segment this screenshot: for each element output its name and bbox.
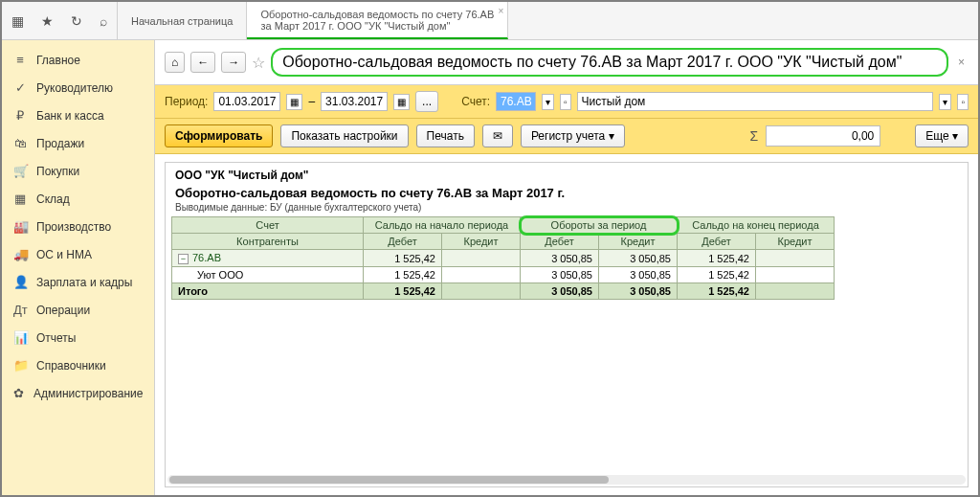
hdr-turnover: Обороты за период [521,217,678,234]
sidebar-icon: 🚚 [13,247,27,261]
star-icon[interactable]: ★ [41,13,54,29]
sidebar-item-2[interactable]: ₽Банк и касса [2,102,154,129]
sidebar-icon: 📁 [13,358,27,373]
table-row[interactable]: Итого1 525,423 050,853 050,851 525,42 [172,283,835,300]
sigma-icon[interactable]: Σ [750,128,759,144]
sidebar-item-10[interactable]: 📊Отчеты [2,324,154,351]
forward-button[interactable]: → [221,52,246,73]
table-row[interactable]: −76.АВ1 525,423 050,853 050,851 525,42 [172,250,835,267]
sidebar-item-0[interactable]: ≡Главное [2,46,154,74]
org-open-icon[interactable]: ▫ [957,94,969,110]
account-dropdown-icon[interactable]: ▾ [542,94,554,110]
sum-field: 0,00 [766,125,880,147]
tab-home[interactable]: Начальная страница [118,2,247,39]
favorite-icon[interactable]: ☆ [252,54,265,72]
action-bar: Сформировать Показать настройки Печать ✉… [155,119,978,154]
period-select-button[interactable]: ... [415,91,438,112]
date-to-input[interactable] [321,92,388,111]
date-from-input[interactable] [213,92,280,111]
more-button[interactable]: Еще ▾ [915,124,969,147]
hdr-td: Дебет [521,234,599,250]
settings-button[interactable]: Показать настройки [280,124,408,147]
tab-close-icon[interactable]: × [498,6,503,16]
tab-home-label: Начальная страница [131,15,233,27]
sidebar-item-8[interactable]: 👤Зарплата и кадры [2,268,154,296]
sidebar-label: Банк и касса [36,109,104,123]
collapse-icon[interactable]: − [178,254,189,264]
table-row[interactable]: Уют ООО1 525,423 050,853 050,851 525,42 [172,267,835,283]
sidebar-icon: 🛒 [13,164,27,178]
sidebar-item-6[interactable]: 🏭Производство [2,213,154,240]
sidebar-icon: ≡ [13,53,27,67]
sidebar-item-9[interactable]: ДтОперации [2,296,154,324]
report-table: Счет Сальдо на начало периода Обороты за… [171,216,835,300]
calendar-from-icon[interactable]: ▦ [286,94,302,110]
period-bar: Период: ▦ – ▦ ... Счет: ▾ ▫ ▾ ▫ [155,85,978,119]
sidebar-label: Главное [36,54,80,67]
sidebar-icon: ✓ [13,80,27,95]
report-title: Оборотно-сальдовая ведомость по счету 76… [171,184,962,202]
sidebar-item-5[interactable]: ▦Склад [2,185,154,213]
calendar-to-icon[interactable]: ▦ [393,94,410,110]
apps-icon[interactable]: ▦ [11,13,24,29]
tab-active[interactable]: Оборотно-сальдовая ведомость по счету 76… [247,2,508,39]
history-icon[interactable]: ↻ [71,13,82,29]
form-button[interactable]: Сформировать [165,124,273,147]
hdr-ed: Дебет [678,234,756,250]
hdr-ec: Кредит [756,234,835,250]
sidebar-icon: ▦ [13,192,27,206]
hdr-sc: Кредит [442,234,521,250]
sidebar-item-3[interactable]: 🛍Продажи [2,129,154,157]
sidebar-icon: 🛍 [13,136,27,150]
search-icon[interactable]: ⌕ [100,13,107,29]
sidebar-icon: 🏭 [13,219,27,234]
hdr-tc: Кредит [599,234,678,250]
tab-active-line1: Оборотно-сальдовая ведомость по счету 76… [260,9,494,20]
report-area: ООО "УК "Чистый дом" Оборотно-сальдовая … [165,162,969,487]
hdr-sd: Дебет [364,234,442,250]
account-open-icon[interactable]: ▫ [560,94,571,110]
sidebar-icon: 📊 [13,330,27,345]
scrollbar-horizontal[interactable] [167,475,966,485]
chevron-down-icon: ▾ [609,129,614,143]
sidebar-label: Склад [36,192,70,206]
tool-icons: ▦ ★ ↻ ⌕ [2,2,118,39]
sidebar-icon: 👤 [13,275,27,289]
sidebar-item-4[interactable]: 🛒Покупки [2,157,154,185]
register-button[interactable]: Регистр учета ▾ [521,124,625,147]
home-button[interactable]: ⌂ [165,52,185,73]
back-button[interactable]: ← [190,52,215,73]
mail-button[interactable]: ✉ [482,124,513,147]
report-org: ООО "УК "Чистый дом" [171,167,962,184]
tab-active-line2: за Март 2017 г. ООО "УК "Чистый дом" [260,20,494,32]
hdr-start: Сальдо на начало периода [364,217,521,234]
period-label: Период: [165,95,208,108]
print-button[interactable]: Печать [416,124,475,147]
page-title: Оборотно-сальдовая ведомость по счету 76… [271,48,948,77]
top-toolbar: ▦ ★ ↻ ⌕ Начальная страница Оборотно-саль… [2,2,978,40]
org-dropdown-icon[interactable]: ▾ [939,94,951,110]
sidebar-label: Справочники [36,359,106,373]
sidebar: ≡Главное✓Руководителю₽Банк и касса🛍Прода… [2,40,155,495]
hdr-end: Сальдо на конец периода [678,217,835,234]
period-dash: – [308,95,315,108]
chevron-down-icon: ▾ [952,129,958,143]
main: ⌂ ← → ☆ Оборотно-сальдовая ведомость по … [155,40,978,495]
sidebar-item-7[interactable]: 🚚ОС и НМА [2,240,154,268]
account-input[interactable] [496,92,536,111]
sidebar-label: Покупки [36,165,79,178]
sidebar-label: Зарплата и кадры [36,276,132,289]
sidebar-label: Производство [36,220,111,234]
close-icon[interactable]: × [954,56,969,69]
sidebar-label: Руководителю [36,81,113,95]
scrollbar-thumb[interactable] [169,476,609,484]
report-subtitle: Выводимые данные: БУ (данные бухгалтерск… [171,202,962,216]
sidebar-item-1[interactable]: ✓Руководителю [2,74,154,102]
sidebar-label: Администрирование [33,387,143,400]
sidebar-item-11[interactable]: 📁Справочники [2,351,154,379]
sidebar-label: Отчеты [36,331,76,345]
hdr-contragents: Контрагенты [172,234,364,250]
org-input[interactable] [577,92,934,111]
sidebar-icon: Дт [13,303,27,317]
sidebar-item-12[interactable]: ✿Администрирование [2,379,154,407]
